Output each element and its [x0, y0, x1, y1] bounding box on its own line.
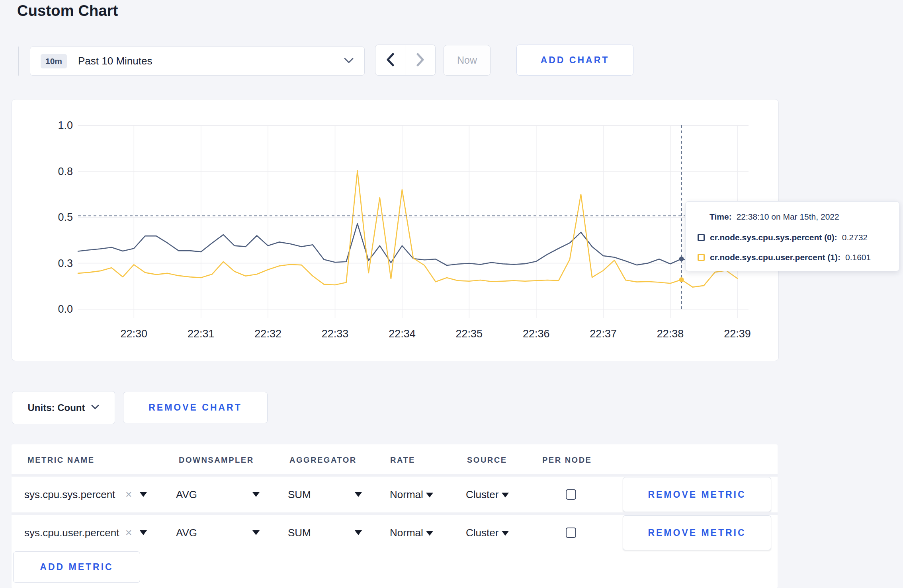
- caret-down-icon: [140, 530, 147, 535]
- clear-metric-icon[interactable]: ×: [125, 488, 132, 501]
- units-select[interactable]: Units: Count: [12, 391, 115, 424]
- caret-down-icon: [426, 531, 433, 536]
- caret-down-icon: [502, 493, 509, 498]
- metric-name-select[interactable]: sys.cpu.sys.percent: [24, 489, 115, 501]
- add-chart-button[interactable]: ADD CHART: [516, 45, 633, 76]
- source-select[interactable]: Cluster: [466, 489, 509, 501]
- aggregator-select[interactable]: SUM: [288, 489, 311, 501]
- time-range-label: Past 10 Minutes: [78, 55, 152, 67]
- rate-select[interactable]: Normal: [390, 527, 433, 539]
- page-title: Custom Chart: [17, 2, 118, 19]
- remove-metric-button[interactable]: REMOVE METRIC: [623, 477, 771, 512]
- chevron-down-icon: [91, 404, 99, 411]
- col-header-aggregator: AGGREGATOR: [289, 456, 357, 465]
- next-time-button[interactable]: [405, 45, 436, 76]
- tooltip-time: Time:22:38:10 on Mar 15th, 2022: [710, 212, 839, 222]
- per-node-checkbox[interactable]: [566, 528, 576, 538]
- metric-name-select[interactable]: sys.cpu.user.percent: [24, 527, 119, 539]
- caret-down-icon: [502, 531, 509, 536]
- caret-down-icon: [252, 530, 260, 535]
- tooltip-series-sys: cr.node.sys.cpu.sys.percent (0): 0.2732: [698, 233, 868, 242]
- metric-row-user: sys.cpu.user.percent × AVG SUM Normal Cl…: [12, 515, 778, 551]
- caret-down-icon: [426, 493, 433, 498]
- time-range-select[interactable]: 10m Past 10 Minutes: [30, 47, 365, 76]
- rate-select[interactable]: Normal: [390, 489, 433, 501]
- aggregator-select[interactable]: SUM: [288, 527, 311, 539]
- user-series-swatch-icon: [698, 254, 705, 261]
- metrics-table-header: METRIC NAME DOWNSAMPLER AGGREGATOR RATE …: [12, 444, 778, 474]
- col-header-source: SOURCE: [467, 456, 507, 465]
- time-range-badge: 10m: [41, 54, 67, 68]
- clear-metric-icon[interactable]: ×: [125, 526, 132, 539]
- caret-down-icon: [355, 492, 362, 497]
- col-header-rate: RATE: [390, 456, 415, 465]
- chevron-left-icon: [386, 53, 395, 68]
- caret-down-icon: [252, 492, 260, 497]
- caret-down-icon: [140, 492, 147, 497]
- chevron-down-icon: [344, 57, 354, 65]
- custom-chart-page: Custom Chart 10m Past 10 Minutes Now ADD…: [0, 0, 903, 588]
- time-nav-group: [375, 45, 436, 76]
- toolbar-divider: [18, 47, 19, 76]
- downsampler-select[interactable]: AVG: [176, 489, 197, 501]
- add-metric-button[interactable]: ADD METRIC: [13, 551, 140, 583]
- chart-hover-tooltip: Time:22:38:10 on Mar 15th, 2022 cr.node.…: [685, 201, 899, 271]
- prev-time-button[interactable]: [375, 45, 405, 76]
- source-select[interactable]: Cluster: [466, 527, 509, 539]
- metrics-table: METRIC NAME DOWNSAMPLER AGGREGATOR RATE …: [12, 444, 778, 588]
- now-button[interactable]: Now: [444, 45, 491, 76]
- remove-metric-button[interactable]: REMOVE METRIC: [623, 515, 771, 550]
- chevron-right-icon: [416, 53, 425, 68]
- sys-series-swatch-icon: [698, 234, 705, 241]
- col-header-per-node: PER NODE: [542, 456, 592, 465]
- downsampler-select[interactable]: AVG: [176, 527, 197, 539]
- per-node-checkbox[interactable]: [566, 489, 576, 500]
- chart-card[interactable]: [12, 99, 779, 361]
- tooltip-series-user: cr.node.sys.cpu.user.percent (1): 0.1601: [698, 253, 871, 262]
- col-header-metric-name: METRIC NAME: [27, 456, 95, 465]
- metric-row-sys: sys.cpu.sys.percent × AVG SUM Normal Clu…: [12, 477, 778, 512]
- caret-down-icon: [355, 530, 362, 535]
- remove-chart-button[interactable]: REMOVE CHART: [123, 392, 268, 423]
- col-header-downsampler: DOWNSAMPLER: [179, 456, 254, 465]
